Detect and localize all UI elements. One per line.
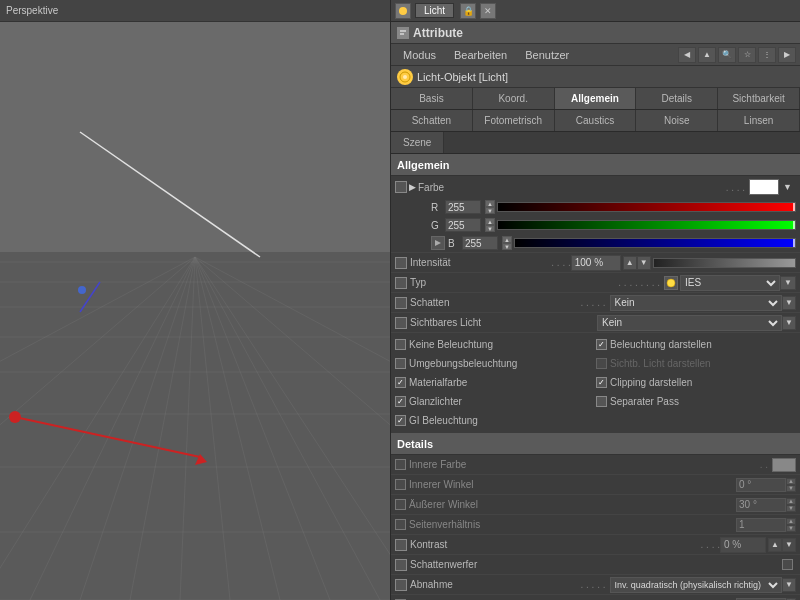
- close-tab-icon[interactable]: ✕: [480, 3, 496, 19]
- abnahme-row: Abnahme . . . . . Inv. quadratisch (phys…: [391, 575, 800, 595]
- menu-bearbeiten[interactable]: Bearbeiten: [446, 47, 515, 63]
- seitenverh-down[interactable]: ▼: [786, 525, 796, 532]
- cb-keine-check[interactable]: [395, 339, 406, 350]
- intensitat-check[interactable]: [395, 257, 407, 269]
- channel-r-row: R ▲ ▼: [391, 198, 800, 216]
- licht-tab[interactable]: Licht: [415, 3, 454, 18]
- nav-more[interactable]: ⋮: [758, 47, 776, 63]
- intensitat-spin-down[interactable]: ▼: [637, 256, 651, 270]
- r-spin-down[interactable]: ▼: [485, 207, 495, 214]
- r-label: R: [431, 202, 443, 213]
- tab-schatten[interactable]: Schatten: [391, 110, 473, 131]
- seitenverh-check[interactable]: [395, 519, 406, 530]
- cb-glanzlichter: Glanzlichter: [395, 392, 595, 410]
- r-spin-up[interactable]: ▲: [485, 200, 495, 207]
- g-bar[interactable]: [497, 220, 796, 230]
- schatten-check[interactable]: [395, 297, 407, 309]
- intensitat-input[interactable]: [571, 255, 621, 271]
- sichtbares-check[interactable]: [395, 317, 407, 329]
- cb-beleuchtung-check[interactable]: [596, 339, 607, 350]
- innerer-winkel-check[interactable]: [395, 479, 406, 490]
- seitenverh-input[interactable]: [736, 518, 786, 532]
- schattenwerfer-toggle[interactable]: [782, 559, 793, 570]
- innere-farbe-check[interactable]: [395, 459, 406, 470]
- seitenverh-up[interactable]: ▲: [786, 518, 796, 525]
- b-spin-up[interactable]: ▲: [502, 236, 512, 243]
- menu-benutzer[interactable]: Benutzer: [517, 47, 577, 63]
- tab-allgemein[interactable]: Allgemein: [555, 88, 637, 109]
- ausserer-winkel-check[interactable]: [395, 499, 406, 510]
- farbe-expand-arrow[interactable]: ▶: [409, 182, 416, 192]
- tab-linsen[interactable]: Linsen: [718, 110, 800, 131]
- abnahme-check[interactable]: [395, 579, 407, 591]
- section-details-header: Details: [391, 433, 800, 455]
- ausserer-winkel-up[interactable]: ▲: [786, 498, 796, 505]
- ausserer-winkel-down[interactable]: ▼: [786, 505, 796, 512]
- tab-sichtbarkeit[interactable]: Sichtbarkeit: [718, 88, 800, 109]
- svg-point-31: [399, 7, 407, 15]
- r-input[interactable]: [445, 200, 481, 214]
- kontrast-spin-down[interactable]: ▼: [782, 538, 796, 552]
- abnahme-dropdown[interactable]: ▼: [782, 578, 796, 592]
- typ-icon[interactable]: [664, 276, 678, 290]
- cb-glanz-check[interactable]: [395, 396, 406, 407]
- tabs-row-3: Szene: [391, 132, 800, 154]
- b-input[interactable]: [462, 236, 498, 250]
- intensitat-spin-up[interactable]: ▲: [623, 256, 637, 270]
- cb-umgebung-check[interactable]: [395, 358, 406, 369]
- nav-bookmark[interactable]: ☆: [738, 47, 756, 63]
- tab-caustics[interactable]: Caustics: [555, 110, 637, 131]
- cb-clipping-check[interactable]: [596, 377, 607, 388]
- viewport-canvas[interactable]: [0, 22, 390, 600]
- innere-farbe-preview[interactable]: [772, 458, 796, 472]
- abnahme-select[interactable]: Inv. quadratisch (physikalisch richtig): [610, 577, 783, 593]
- lock-icon[interactable]: 🔒: [460, 3, 476, 19]
- nav-search[interactable]: 🔍: [718, 47, 736, 63]
- b-toggle[interactable]: [431, 236, 445, 250]
- seitenverh-row: Seitenverhältnis ▲ ▼: [391, 515, 800, 535]
- r-bar[interactable]: [497, 202, 796, 212]
- g-spin-up[interactable]: ▲: [485, 218, 495, 225]
- tab-noise[interactable]: Noise: [636, 110, 718, 131]
- g-spin-down[interactable]: ▼: [485, 225, 495, 232]
- cb-material-check[interactable]: [395, 377, 406, 388]
- r-spin[interactable]: ▲ ▼: [485, 200, 495, 214]
- nav-up[interactable]: ▲: [698, 47, 716, 63]
- g-spin[interactable]: ▲ ▼: [485, 218, 495, 232]
- cb-separater-check[interactable]: [596, 396, 607, 407]
- nav-expand[interactable]: ▶: [778, 47, 796, 63]
- tab-details[interactable]: Details: [636, 88, 718, 109]
- sichtbares-select[interactable]: Kein: [597, 315, 782, 331]
- tab-koord[interactable]: Koord.: [473, 88, 555, 109]
- svg-point-29: [78, 286, 86, 294]
- schattenwerfer-check[interactable]: [395, 559, 407, 571]
- tab-fotometrisch[interactable]: Fotometrisch: [473, 110, 555, 131]
- cb-gi-check[interactable]: [395, 415, 406, 426]
- b-bar[interactable]: [514, 238, 796, 248]
- sichtbares-dropdown[interactable]: ▼: [782, 316, 796, 330]
- tab-szene[interactable]: Szene: [391, 132, 444, 153]
- b-spin[interactable]: ▲ ▼: [502, 236, 512, 250]
- kontrast-check[interactable]: [395, 539, 407, 551]
- nav-back[interactable]: ◀: [678, 47, 696, 63]
- g-input[interactable]: [445, 218, 481, 232]
- menu-modus[interactable]: Modus: [395, 47, 444, 63]
- innerer-winkel-up[interactable]: ▲: [786, 478, 796, 485]
- typ-select[interactable]: IES Omnidirektional Spot: [680, 275, 780, 291]
- farbe-checkbox[interactable]: [395, 181, 407, 193]
- schatten-dropdown[interactable]: ▼: [782, 296, 796, 310]
- cb-sichtb-check[interactable]: [596, 358, 607, 369]
- tab-basis[interactable]: Basis: [391, 88, 473, 109]
- innerer-winkel-down[interactable]: ▼: [786, 485, 796, 492]
- innerer-winkel-input[interactable]: [736, 478, 786, 492]
- farbe-dropdown-arrow[interactable]: ▼: [783, 182, 792, 192]
- schatten-select[interactable]: Kein Weich (schatten maps): [610, 295, 783, 311]
- b-spin-down[interactable]: ▼: [502, 243, 512, 250]
- kontrast-input[interactable]: [720, 537, 766, 553]
- ausserer-winkel-input[interactable]: [736, 498, 786, 512]
- kontrast-spin-up[interactable]: ▲: [768, 538, 782, 552]
- farbe-color-preview[interactable]: [749, 179, 779, 195]
- typ-check[interactable]: [395, 277, 407, 289]
- intensitat-bar[interactable]: [653, 258, 796, 268]
- typ-dropdown[interactable]: ▼: [780, 276, 796, 290]
